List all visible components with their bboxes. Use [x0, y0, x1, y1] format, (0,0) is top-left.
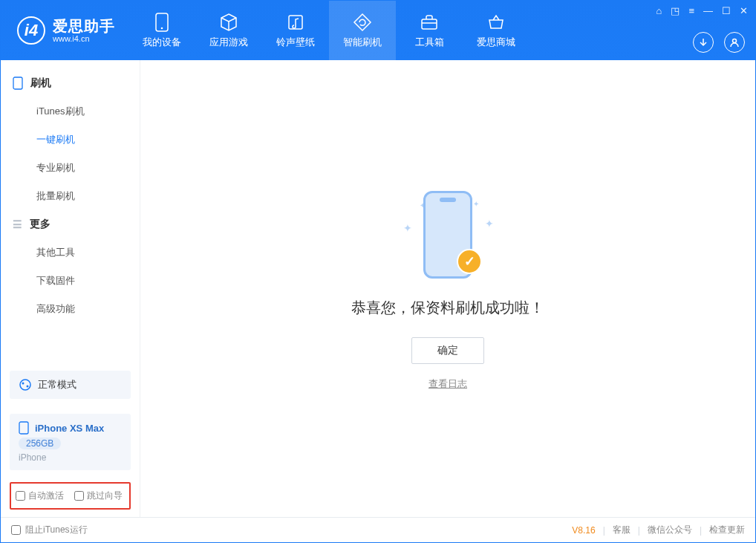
section-title: 更多	[30, 218, 50, 231]
ok-button[interactable]: 确定	[411, 337, 484, 364]
check-icon: ✓	[457, 249, 482, 274]
app-subtitle: www.i4.cn	[53, 34, 115, 43]
sidebar-item-batch-flash[interactable]: 批量刷机	[1, 182, 140, 210]
svg-rect-9	[19, 422, 28, 434]
mode-icon	[19, 378, 32, 391]
download-button[interactable]	[693, 32, 714, 53]
mode-label: 正常模式	[38, 378, 76, 391]
sidebar-section-flash: 刷机	[1, 69, 140, 97]
section-title: 刷机	[30, 77, 51, 90]
phone-icon	[151, 12, 172, 33]
logo-icon: i4	[17, 16, 45, 45]
footer-link-update[interactable]: 检查更新	[709, 524, 745, 536]
basket-icon	[486, 12, 506, 33]
skip-guide-checkbox[interactable]: 跳过向导	[74, 490, 123, 502]
svg-rect-3	[422, 19, 437, 29]
header: i4 爱思助手 www.i4.cn 我的设备 应用游戏 铃声壁纸 智能刷机	[1, 1, 755, 60]
svg-point-8	[27, 386, 29, 388]
nav-store[interactable]: 爱思商城	[463, 1, 529, 60]
svg-point-4	[733, 39, 737, 43]
nav-toolbox[interactable]: 工具箱	[396, 1, 463, 60]
sidebar-section-more: ☰ 更多	[1, 210, 140, 238]
nav-apps[interactable]: 应用游戏	[195, 1, 262, 60]
nav-my-device[interactable]: 我的设备	[128, 1, 195, 60]
window-controls: ⌂ ◳ ≡ — ☐ ✕	[656, 5, 748, 16]
sparkle-icon: ✦	[485, 218, 494, 230]
sidebar: 刷机 iTunes刷机 一键刷机 专业刷机 批量刷机 ☰ 更多 其他工具 下载固…	[1, 60, 140, 517]
svg-rect-5	[13, 77, 22, 89]
sidebar-item-oneclick-flash[interactable]: 一键刷机	[1, 126, 140, 154]
phone-small-icon	[13, 77, 23, 90]
checkbox-label: 阻止iTunes运行	[25, 524, 88, 536]
toolbox-icon	[419, 12, 440, 33]
list-icon: ☰	[13, 218, 22, 230]
app-title: 爱思助手	[53, 18, 115, 34]
top-nav: 我的设备 应用游戏 铃声壁纸 智能刷机 工具箱 爱思商城	[128, 1, 529, 60]
logo: i4 爱思助手 www.i4.cn	[1, 1, 128, 60]
header-right-buttons	[693, 32, 745, 53]
nav-label: 我的设备	[143, 36, 181, 49]
app-window: i4 爱思助手 www.i4.cn 我的设备 应用游戏 铃声壁纸 智能刷机	[0, 0, 756, 543]
success-illustration: ✦ ✦ ✦ ✦ ✓	[381, 186, 515, 283]
cube-icon	[218, 12, 239, 33]
auto-activate-checkbox[interactable]: 自动激活	[16, 490, 64, 502]
user-button[interactable]	[724, 32, 745, 53]
nav-flash[interactable]: 智能刷机	[329, 1, 396, 60]
block-itunes-checkbox[interactable]: 阻止iTunes运行	[11, 524, 88, 536]
footer-link-wechat[interactable]: 微信公众号	[648, 524, 692, 536]
music-icon	[285, 12, 306, 33]
shirt-icon[interactable]: ⌂	[656, 5, 662, 16]
device-card[interactable]: iPhone XS Max 256GB iPhone	[10, 414, 131, 470]
view-log-link[interactable]: 查看日志	[428, 377, 467, 391]
success-message: 恭喜您，保资料刷机成功啦！	[351, 298, 544, 318]
cube-small-icon[interactable]: ◳	[671, 5, 680, 16]
checkbox-label: 跳过向导	[87, 490, 123, 502]
sparkle-icon: ✦	[473, 200, 479, 208]
nav-label: 智能刷机	[343, 36, 382, 49]
svg-point-7	[22, 383, 25, 385]
version-label: V8.16	[572, 525, 595, 536]
svg-point-6	[20, 380, 30, 390]
nav-label: 工具箱	[415, 36, 444, 49]
nav-label: 铃声壁纸	[276, 36, 315, 49]
body: 刷机 iTunes刷机 一键刷机 专业刷机 批量刷机 ☰ 更多 其他工具 下载固…	[1, 60, 755, 517]
menu-icon[interactable]: ≡	[688, 5, 694, 16]
sidebar-item-pro-flash[interactable]: 专业刷机	[1, 154, 140, 182]
footer-link-support[interactable]: 客服	[613, 524, 630, 536]
main-content: ✦ ✦ ✦ ✦ ✓ 恭喜您，保资料刷机成功啦！ 确定 查看日志	[140, 60, 755, 517]
device-capacity: 256GB	[19, 438, 61, 449]
sidebar-item-itunes-flash[interactable]: iTunes刷机	[1, 97, 140, 126]
sparkle-icon: ✦	[403, 222, 412, 234]
footer: 阻止iTunes运行 V8.16 | 客服 | 微信公众号 | 检查更新	[1, 517, 755, 542]
refresh-icon	[352, 12, 373, 33]
sidebar-item-other-tools[interactable]: 其他工具	[1, 238, 140, 267]
checkbox-label: 自动激活	[28, 490, 64, 502]
options-row: 自动激活 跳过向导	[10, 482, 131, 510]
nav-label: 爱思商城	[477, 36, 515, 49]
nav-label: 应用游戏	[209, 36, 248, 49]
device-icon	[19, 421, 29, 435]
sidebar-item-advanced[interactable]: 高级功能	[1, 295, 140, 323]
maximize-button[interactable]: ☐	[722, 5, 731, 16]
nav-ringtones[interactable]: 铃声壁纸	[262, 1, 329, 60]
svg-point-1	[161, 27, 163, 30]
sidebar-item-download-firmware[interactable]: 下载固件	[1, 267, 140, 295]
close-button[interactable]: ✕	[740, 5, 748, 16]
device-name: iPhone XS Max	[35, 423, 104, 434]
minimize-button[interactable]: —	[703, 5, 713, 16]
mode-card[interactable]: 正常模式	[10, 371, 131, 399]
device-type: iPhone	[19, 452, 46, 463]
